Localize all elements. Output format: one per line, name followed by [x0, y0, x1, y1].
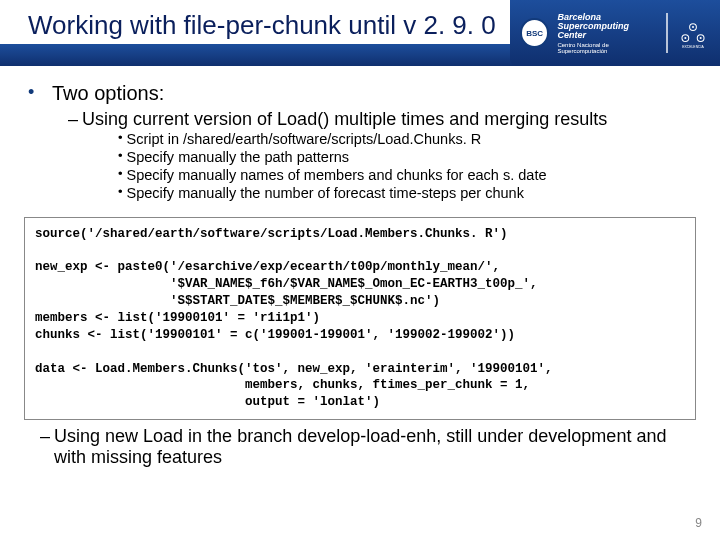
bullet-dot-icon: • [28, 82, 42, 105]
bullet-level2-b: – Using new Load in the branch develop-l… [40, 426, 692, 468]
bsc-seal-text: BSC [526, 29, 543, 38]
bullet-l3b-text: Specify manually the path patterns [127, 148, 349, 166]
bullet-l3a-text: Script in /shared/earth/software/scripts… [127, 130, 482, 148]
logo-separator [666, 13, 668, 53]
code-block: source('/shared/earth/software/scripts/L… [24, 217, 696, 421]
logo-area: BSC Barcelona Supercomputing Center Cent… [510, 0, 720, 66]
bsc-seal-icon: BSC [520, 18, 549, 48]
bsc-line3: Center [557, 31, 658, 40]
slide-content: • Two options: – Using current version o… [0, 64, 720, 203]
slide-header: Working with file-per-chunk until v 2. 9… [0, 0, 720, 64]
bullet-l2a-text: Using current version of Load() multiple… [82, 109, 607, 130]
svg-point-5 [700, 37, 702, 39]
bsc-text-block: Barcelona Supercomputing Center Centro N… [557, 13, 658, 54]
mini-dot-icon: • [118, 184, 123, 202]
bullet-level3-d: • Specify manually the number of forecas… [118, 184, 692, 202]
bullet-level2-a: – Using current version of Load() multip… [68, 109, 692, 130]
bullet-l3c-text: Specify manually names of members and ch… [127, 166, 547, 184]
svg-point-3 [692, 26, 694, 28]
mini-dot-icon: • [118, 130, 123, 148]
dash-icon: – [68, 109, 78, 130]
bullet-l1-text: Two options: [52, 82, 164, 105]
svg-text:EXCELENCIA: EXCELENCIA [682, 45, 704, 49]
bullet-level3-a: • Script in /shared/earth/software/scrip… [118, 130, 692, 148]
bullet-level3-c: • Specify manually names of members and … [118, 166, 692, 184]
bsc-line4: Centro Nacional de Supercomputación [557, 42, 658, 54]
slide-title: Working with file-per-chunk until v 2. 9… [28, 10, 496, 41]
page-number: 9 [695, 516, 702, 530]
mini-dot-icon: • [118, 166, 123, 184]
bullet-level3-b: • Specify manually the path patterns [118, 148, 692, 166]
bullet-level1: • Two options: [28, 82, 692, 105]
dash-icon: – [40, 426, 50, 468]
bullet-l2b-text: Using new Load in the branch develop-loa… [54, 426, 692, 468]
excellence-logo-icon: EXCELENCIA [676, 16, 710, 50]
bullet-l3d-text: Specify manually the number of forecast … [127, 184, 524, 202]
svg-point-4 [684, 37, 686, 39]
mini-dot-icon: • [118, 148, 123, 166]
